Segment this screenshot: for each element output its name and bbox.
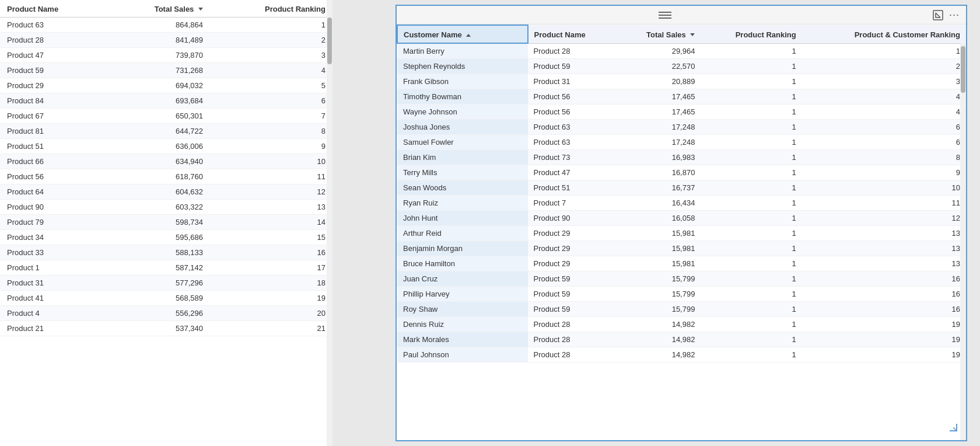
right-cell-product-ranking: 1 <box>701 332 802 347</box>
table-row: Brian Kim Product 73 16,983 1 8 <box>397 150 966 165</box>
table-row: Dennis Ruiz Product 28 14,982 1 19 <box>397 317 966 332</box>
right-cell-customer-name: Juan Cruz <box>397 271 528 287</box>
table-row: Roy Shaw Product 59 15,799 1 16 <box>397 302 966 317</box>
table-row: Product 41 568,589 19 <box>0 291 332 306</box>
left-cell-total-sales: 644,722 <box>107 124 210 139</box>
right-col-total-sales[interactable]: Total Sales <box>617 25 701 43</box>
left-cell-product-name: Product 28 <box>0 33 107 48</box>
right-cell-product-name: Product 63 <box>528 120 617 135</box>
left-cell-product-ranking: 10 <box>210 154 332 169</box>
left-cell-product-name: Product 29 <box>0 78 107 93</box>
table-row: Product 66 634,940 10 <box>0 154 332 169</box>
table-row: Product 51 636,006 9 <box>0 139 332 154</box>
right-cell-pc-ranking: 10 <box>802 180 966 196</box>
right-cell-customer-name: Stephen Reynolds <box>397 59 528 74</box>
left-cell-product-ranking: 16 <box>210 245 332 260</box>
right-cell-pc-ranking: 19 <box>802 332 966 347</box>
right-col-product-ranking[interactable]: Product Ranking <box>701 25 802 43</box>
left-col-product-ranking[interactable]: Product Ranking <box>210 0 332 18</box>
right-cell-pc-ranking: 1 <box>802 43 966 59</box>
right-cell-pc-ranking: 8 <box>802 150 966 165</box>
right-cell-product-name: Product 73 <box>528 150 617 165</box>
table-row: Product 84 693,684 6 <box>0 93 332 109</box>
left-col-total-sales[interactable]: Total Sales <box>107 0 210 18</box>
left-cell-product-name: Product 84 <box>0 93 107 109</box>
left-cell-total-sales: 604,632 <box>107 184 210 200</box>
right-cell-pc-ranking: 19 <box>802 317 966 332</box>
left-cell-product-ranking: 4 <box>210 63 332 78</box>
right-cell-pc-ranking: 13 <box>802 241 966 256</box>
left-cell-product-ranking: 21 <box>210 321 332 336</box>
right-cell-customer-name: Samuel Fowler <box>397 135 528 150</box>
expand-icon[interactable] <box>931 8 945 22</box>
left-table-body: Product 63 864,864 1 Product 28 841,489 … <box>0 18 332 336</box>
corner-resize-icon[interactable] <box>949 423 958 434</box>
right-cell-product-name: Product 51 <box>528 180 617 196</box>
left-cell-total-sales: 650,301 <box>107 109 210 124</box>
left-cell-product-name: Product 56 <box>0 169 107 184</box>
right-cell-product-name: Product 59 <box>528 271 617 287</box>
left-table: Product Name Total Sales Product Ranking… <box>0 0 332 336</box>
svg-line-1 <box>936 13 940 18</box>
more-icon[interactable]: ··· <box>947 8 961 22</box>
right-cell-product-ranking: 1 <box>701 104 802 120</box>
right-cell-product-name: Product 7 <box>528 196 617 211</box>
right-cell-customer-name: Terry Mills <box>397 165 528 180</box>
table-row: Paul Johnson Product 28 14,982 1 19 <box>397 347 966 363</box>
right-cell-product-name: Product 63 <box>528 135 617 150</box>
right-cell-product-name: Product 59 <box>528 287 617 302</box>
left-cell-product-name: Product 1 <box>0 260 107 276</box>
left-cell-product-name: Product 59 <box>0 63 107 78</box>
right-cell-total-sales: 15,799 <box>617 287 701 302</box>
left-col-product-name[interactable]: Product Name <box>0 0 107 18</box>
right-cell-customer-name: Joshua Jones <box>397 120 528 135</box>
right-scrollbar[interactable] <box>960 43 966 440</box>
right-cell-total-sales: 20,889 <box>617 74 701 89</box>
right-cell-total-sales: 17,465 <box>617 104 701 120</box>
right-cell-total-sales: 15,981 <box>617 226 701 241</box>
right-cell-customer-name: Dennis Ruiz <box>397 317 528 332</box>
right-cell-total-sales: 22,570 <box>617 59 701 74</box>
left-cell-total-sales: 636,006 <box>107 139 210 154</box>
left-cell-total-sales: 634,940 <box>107 154 210 169</box>
table-row: Product 31 577,296 18 <box>0 276 332 291</box>
panel-grip <box>659 12 671 19</box>
table-row: Bruce Hamilton Product 29 15,981 1 13 <box>397 256 966 271</box>
left-cell-product-ranking: 12 <box>210 184 332 200</box>
right-col-customer-name[interactable]: Customer Name <box>397 25 528 43</box>
right-cell-product-ranking: 1 <box>701 241 802 256</box>
left-scrollbar-thumb[interactable] <box>327 18 332 64</box>
right-cell-product-name: Product 28 <box>528 347 617 363</box>
right-cell-total-sales: 14,982 <box>617 332 701 347</box>
left-cell-product-name: Product 41 <box>0 291 107 306</box>
left-cell-total-sales: 537,340 <box>107 321 210 336</box>
table-row: Phillip Harvey Product 59 15,799 1 16 <box>397 287 966 302</box>
table-row: Product 64 604,632 12 <box>0 184 332 200</box>
left-cell-total-sales: 598,734 <box>107 215 210 230</box>
right-cell-product-name: Product 56 <box>528 104 617 120</box>
right-cell-product-ranking: 1 <box>701 271 802 287</box>
left-cell-product-ranking: 17 <box>210 260 332 276</box>
right-col-product-name[interactable]: Product Name <box>528 25 617 43</box>
table-row: Sean Woods Product 51 16,737 1 10 <box>397 180 966 196</box>
left-cell-total-sales: 595,686 <box>107 230 210 245</box>
left-cell-product-name: Product 90 <box>0 200 107 215</box>
right-cell-pc-ranking: 9 <box>802 165 966 180</box>
left-cell-product-ranking: 5 <box>210 78 332 93</box>
right-cell-total-sales: 16,058 <box>617 211 701 226</box>
left-scrollbar[interactable] <box>327 0 332 446</box>
right-scrollbar-thumb[interactable] <box>961 46 965 93</box>
right-cell-total-sales: 15,981 <box>617 241 701 256</box>
left-cell-product-name: Product 79 <box>0 215 107 230</box>
right-col-pc-ranking[interactable]: Product & Customer Ranking <box>802 25 966 43</box>
table-row: Arthur Reid Product 29 15,981 1 13 <box>397 226 966 241</box>
table-row: Product 47 739,870 3 <box>0 48 332 63</box>
right-cell-product-name: Product 90 <box>528 211 617 226</box>
right-cell-customer-name: Mark Morales <box>397 332 528 347</box>
table-row: Product 56 618,760 11 <box>0 169 332 184</box>
left-cell-product-name: Product 64 <box>0 184 107 200</box>
right-cell-customer-name: John Hunt <box>397 211 528 226</box>
right-cell-pc-ranking: 13 <box>802 226 966 241</box>
left-cell-product-ranking: 1 <box>210 18 332 33</box>
table-row: Product 63 864,864 1 <box>0 18 332 33</box>
